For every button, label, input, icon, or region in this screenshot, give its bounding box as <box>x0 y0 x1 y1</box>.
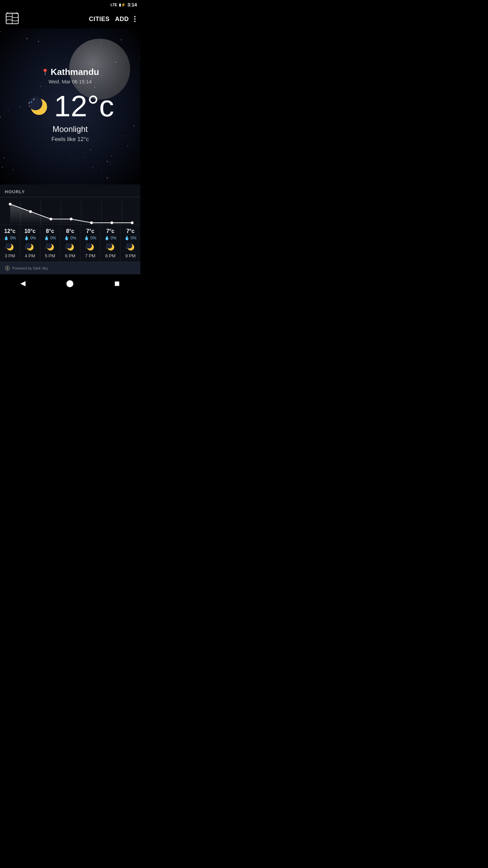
hour-weather-icon: + + <box>85 242 95 252</box>
svg-point-22 <box>90 221 93 224</box>
hour-weather-icon: + + <box>125 242 136 252</box>
hour-time-label: 3 PM <box>5 253 15 258</box>
star-decoration <box>3 157 4 158</box>
add-button[interactable]: ADD <box>115 16 129 23</box>
svg-point-19 <box>29 210 32 213</box>
svg-text:+: + <box>33 98 35 101</box>
hour-precip: 💧 0% <box>124 236 137 240</box>
home-button[interactable]: ⬤ <box>66 279 74 287</box>
temperature-chart <box>0 201 140 224</box>
hour-time-label: 6 PM <box>65 253 75 258</box>
hour-temp: 7°c <box>106 228 114 234</box>
hour-weather-icon: + + <box>5 242 15 252</box>
hourly-section: HOURLY <box>0 184 140 262</box>
hour-precip: 💧 0% <box>44 236 56 240</box>
hour-time-label: 7 PM <box>85 253 95 258</box>
hour-temp: 8°c <box>46 228 54 234</box>
hour-precip: 💧 0% <box>4 236 16 240</box>
hour-weather-icon: + + <box>45 242 55 252</box>
hour-column-3: 8°c💧 0% + + 6 PM <box>60 225 80 262</box>
svg-point-7 <box>31 101 32 103</box>
svg-point-21 <box>70 218 73 220</box>
star-decoration <box>127 145 128 146</box>
star-decoration <box>26 38 27 39</box>
hour-column-0: 12°c💧 0% + + 3 PM <box>0 225 20 262</box>
hour-temp: 10°c <box>24 228 36 234</box>
nav-right: CITIES ADD <box>89 16 136 23</box>
star-decoration <box>140 57 140 58</box>
powered-by-text: Powered by Dark Sky <box>12 266 48 270</box>
hour-time-label: 8 PM <box>105 253 115 258</box>
hour-column-5: 7°c💧 0% + + 8 PM <box>100 225 120 262</box>
logo-icon[interactable] <box>5 12 20 26</box>
svg-text:+: + <box>126 247 127 249</box>
temperature-value: 12°c <box>54 91 114 121</box>
chart-area <box>0 197 140 224</box>
hour-precip: 💧 0% <box>24 236 36 240</box>
svg-point-18 <box>9 203 12 205</box>
svg-point-23 <box>110 221 113 224</box>
hourly-label: HOURLY <box>0 189 140 197</box>
hour-weather-icon: + + <box>105 242 116 252</box>
more-menu-button[interactable] <box>134 16 136 22</box>
svg-point-6 <box>29 97 42 110</box>
svg-text:+: + <box>6 243 7 245</box>
city-row: 📍 Kathmandu <box>41 67 99 77</box>
svg-text:+: + <box>86 243 87 245</box>
svg-point-24 <box>131 221 134 224</box>
star-decoration <box>110 162 111 163</box>
svg-text:+: + <box>66 243 67 245</box>
svg-text:+: + <box>107 243 108 245</box>
hour-column-1: 10°c💧 0% + + 4 PM <box>20 225 40 262</box>
status-bar: LTE ▮⚡ 3:14 <box>0 0 140 9</box>
svg-text:+: + <box>46 243 47 245</box>
battery-icon: ▮⚡ <box>119 3 126 7</box>
star-decoration <box>83 157 84 158</box>
svg-point-8 <box>29 106 30 107</box>
hour-time-label: 9 PM <box>125 253 136 258</box>
darksky-logo-icon <box>5 265 10 271</box>
hour-column-6: 7°c💧 0% + + 9 PM <box>121 225 140 262</box>
hour-weather-icon: + + <box>25 242 35 252</box>
svg-text:+: + <box>28 101 30 105</box>
hour-temp: 7°c <box>86 228 94 234</box>
powered-by: Powered by Dark Sky <box>5 265 136 271</box>
svg-marker-17 <box>10 204 132 224</box>
star-decoration <box>121 39 121 40</box>
weather-content: 📍 Kathmandu Wed. Mar 06 15:14 + + 12°c <box>7 67 134 143</box>
star-decoration <box>107 161 107 162</box>
star-decoration <box>110 164 110 164</box>
svg-text:+: + <box>127 243 128 245</box>
svg-text:+: + <box>65 247 66 249</box>
hour-precip: 💧 0% <box>64 236 76 240</box>
star-decoration <box>38 41 39 42</box>
svg-text:+: + <box>106 247 107 249</box>
recents-button[interactable]: ◼ <box>114 279 120 287</box>
feels-like: Feels like 12°c <box>52 136 89 143</box>
hour-temp: 7°c <box>126 228 135 234</box>
hour-time-label: 4 PM <box>25 253 35 258</box>
hour-temp: 12°c <box>4 228 16 234</box>
back-button[interactable]: ◀ <box>20 279 25 287</box>
signal-icon: LTE <box>110 3 117 7</box>
footer-bar: Powered by Dark Sky <box>0 262 140 274</box>
top-nav: CITIES ADD <box>0 9 140 28</box>
star-decoration <box>93 28 93 29</box>
main-weather-card: 📍 Kathmandu Wed. Mar 06 15:14 + + 12°c <box>0 28 140 184</box>
temperature-row: + + 12°c <box>26 91 114 121</box>
hour-temp: 8°c <box>66 228 74 234</box>
hour-precip: 💧 0% <box>104 236 117 240</box>
svg-text:+: + <box>45 247 46 249</box>
status-time: 3:14 <box>127 2 137 7</box>
star-decoration <box>16 182 16 183</box>
city-name: Kathmandu <box>51 67 99 77</box>
hour-column-2: 8°c💧 0% + + 5 PM <box>40 225 60 262</box>
star-decoration <box>101 169 102 170</box>
svg-point-20 <box>49 218 52 220</box>
svg-text:+: + <box>25 247 26 249</box>
date-time: Wed. Mar 06 15:14 <box>48 79 92 84</box>
weather-condition: Moonlight <box>53 124 88 134</box>
cities-button[interactable]: CITIES <box>89 16 109 23</box>
star-decoration <box>70 155 70 156</box>
hour-time-label: 5 PM <box>45 253 55 258</box>
